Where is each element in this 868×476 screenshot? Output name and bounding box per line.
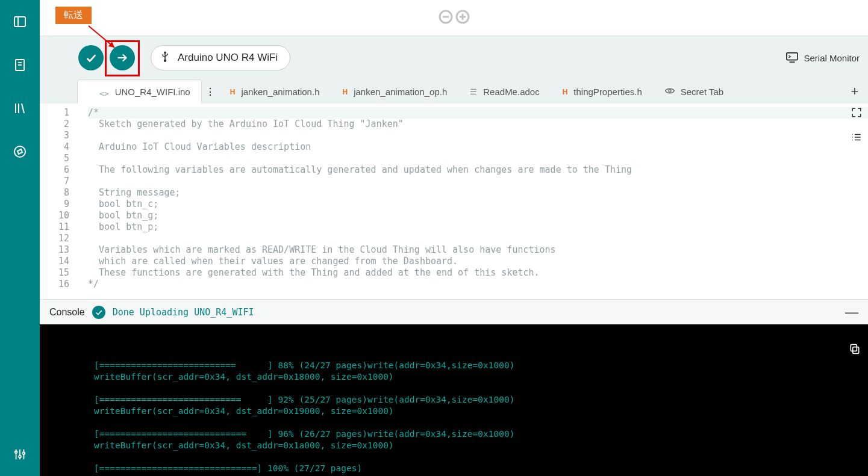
svg-point-15 [23,452,25,454]
svg-point-14 [19,456,21,458]
h-icon: H [342,88,348,96]
h-icon: H [563,88,568,96]
sketchbook-icon[interactable] [10,55,30,75]
serial-monitor-button[interactable]: Serial Monitor [785,51,860,65]
svg-rect-24 [787,52,798,60]
svg-rect-33 [853,347,859,354]
serial-monitor-label: Serial Monitor [804,53,860,63]
tab-secret[interactable]: Secret Tab [654,79,735,104]
console-output[interactable]: [========================== ] 88% (24/27… [40,324,868,476]
tab-label: thingProperties.h [573,87,642,97]
svg-point-22 [164,52,166,53]
svg-point-26 [669,90,671,92]
tab-label: ReadMe.adoc [483,87,539,97]
left-sidebar [0,0,40,476]
tab-readme[interactable]: ☰ ReadMe.adoc [458,79,551,104]
svg-point-8 [14,146,25,157]
doc-icon: ☰ [470,87,477,96]
sidebar-toggle-icon[interactable] [10,12,30,31]
svg-line-7 [22,104,24,113]
settings-sliders-icon[interactable] [10,445,30,464]
svg-rect-34 [851,345,857,351]
board-name: Arduino UNO R4 WiFi [178,52,278,64]
svg-rect-0 [14,17,25,26]
tab-menu-button[interactable]: ⋮ [202,79,219,104]
tab-thing-properties[interactable]: H thingProperties.h [551,79,654,104]
console-label: Console [49,307,85,318]
code-editor[interactable]: 12345678910111213141516 /* Sketch genera… [40,104,868,299]
h-icon: H [230,88,236,96]
tab-janken-animation[interactable]: H janken_animation.h [219,79,331,104]
tab-label: janken_animation_op.h [354,87,447,97]
tab-label: Secret Tab [681,87,723,97]
svg-marker-36 [108,42,114,48]
explore-icon[interactable] [10,142,30,161]
copy-icon[interactable] [796,332,861,369]
top-header: FI ▾ [40,0,868,36]
toolbar: Arduino UNO R4 WiFi Serial Monitor [40,36,868,79]
add-tab-button[interactable]: + [841,79,868,104]
tab-label: UNO_R4_WIFI.ino [115,87,190,97]
library-icon[interactable] [10,99,30,118]
code-icon: <> [89,85,109,98]
console-header: Console Done Uploading UNO_R4_WIFI — [40,299,868,324]
monitor-icon [785,51,799,65]
list-icon[interactable] [851,132,862,146]
svg-point-13 [15,451,17,454]
console-status: Done Uploading UNO_R4_WIFI [113,307,254,318]
board-selector[interactable]: Arduino UNO R4 WiFi [151,45,290,70]
annotation-arrow [86,25,122,55]
console-collapse-button[interactable]: — [845,304,858,320]
annotation-callout: 転送 [55,7,92,24]
tab-main-ino[interactable]: <> UNO_R4_WIFI.ino [77,79,202,104]
status-check-icon [92,306,105,319]
line-gutter: 12345678910111213141516 [40,104,77,299]
arduino-logo-icon [438,9,470,27]
code-content: /* Sketch generated by the Arduino IoT C… [77,104,868,299]
svg-point-23 [164,60,166,61]
tab-label: janken_animation.h [241,87,319,97]
file-tabbar: <> UNO_R4_WIFI.ino ⋮ H janken_animation.… [40,79,868,104]
fullscreen-icon[interactable] [851,107,862,121]
svg-marker-9 [17,149,22,154]
usb-icon [160,51,170,65]
tab-janken-animation-op[interactable]: H janken_animation_op.h [331,79,458,104]
eye-icon [665,87,675,96]
